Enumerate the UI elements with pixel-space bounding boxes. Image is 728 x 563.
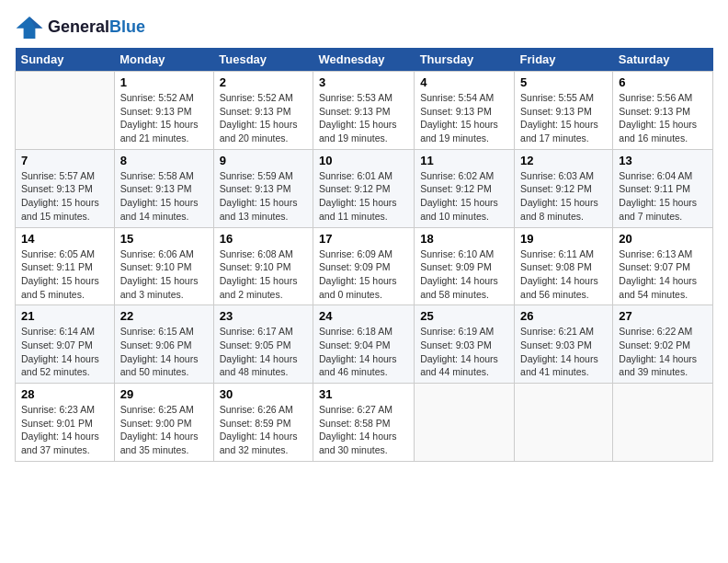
weekday-header-sunday: Sunday <box>16 48 115 72</box>
weekday-header-friday: Friday <box>515 48 613 72</box>
weekday-header-thursday: Thursday <box>415 48 515 72</box>
day-cell: 9 Sunrise: 5:59 AMSunset: 9:13 PMDayligh… <box>213 149 313 227</box>
day-number: 5 <box>520 75 607 89</box>
day-cell: 11 Sunrise: 6:02 AMSunset: 9:12 PMDaylig… <box>415 149 515 227</box>
day-cell: 15 Sunrise: 6:06 AMSunset: 9:10 PMDaylig… <box>114 227 213 305</box>
day-cell <box>515 384 613 462</box>
day-number: 9 <box>220 154 307 167</box>
day-cell: 24 Sunrise: 6:18 AMSunset: 9:04 PMDaylig… <box>313 305 414 384</box>
day-cell: 12 Sunrise: 6:03 AMSunset: 9:12 PMDaylig… <box>515 149 613 227</box>
day-info: Sunrise: 5:54 AMSunset: 9:13 PMDaylight:… <box>420 91 508 145</box>
day-number: 4 <box>420 75 508 89</box>
day-number: 14 <box>21 232 108 246</box>
week-row-1: 1 Sunrise: 5:52 AMSunset: 9:13 PMDayligh… <box>16 72 713 150</box>
day-cell: 21 Sunrise: 6:14 AMSunset: 9:07 PMDaylig… <box>16 305 115 384</box>
day-info: Sunrise: 5:59 AMSunset: 9:13 PMDaylight:… <box>220 169 307 224</box>
day-cell: 23 Sunrise: 6:17 AMSunset: 9:05 PMDaylig… <box>213 305 313 384</box>
day-info: Sunrise: 6:22 AMSunset: 9:02 PMDaylight:… <box>619 325 707 379</box>
day-cell: 3 Sunrise: 5:53 AMSunset: 9:13 PMDayligh… <box>313 72 414 150</box>
day-number: 15 <box>120 232 208 246</box>
day-number: 26 <box>520 309 607 323</box>
day-cell: 16 Sunrise: 6:08 AMSunset: 9:10 PMDaylig… <box>213 227 313 305</box>
day-info: Sunrise: 5:55 AMSunset: 9:13 PMDaylight:… <box>520 91 607 145</box>
day-info: Sunrise: 6:05 AMSunset: 9:11 PMDaylight:… <box>21 247 108 302</box>
day-info: Sunrise: 6:01 AMSunset: 9:12 PMDaylight:… <box>319 169 408 224</box>
day-cell: 6 Sunrise: 5:56 AMSunset: 9:13 PMDayligh… <box>613 72 713 150</box>
day-number: 18 <box>420 232 508 246</box>
day-number: 21 <box>21 309 108 323</box>
day-number: 27 <box>619 309 707 323</box>
page-header: GeneralBlue <box>15 15 713 40</box>
day-cell <box>16 72 115 150</box>
weekday-header-saturday: Saturday <box>613 48 713 72</box>
day-number: 28 <box>21 387 108 401</box>
day-number: 6 <box>619 75 707 89</box>
day-cell: 26 Sunrise: 6:21 AMSunset: 9:03 PMDaylig… <box>515 305 613 384</box>
day-cell: 29 Sunrise: 6:25 AMSunset: 9:00 PMDaylig… <box>114 384 213 462</box>
day-number: 24 <box>319 309 408 323</box>
day-cell: 7 Sunrise: 5:57 AMSunset: 9:13 PMDayligh… <box>16 149 115 227</box>
day-number: 16 <box>220 232 307 246</box>
day-info: Sunrise: 6:04 AMSunset: 9:11 PMDaylight:… <box>619 169 707 224</box>
day-info: Sunrise: 6:17 AMSunset: 9:05 PMDaylight:… <box>220 325 307 379</box>
day-info: Sunrise: 6:13 AMSunset: 9:07 PMDaylight:… <box>619 247 707 302</box>
day-number: 22 <box>120 309 208 323</box>
day-info: Sunrise: 6:08 AMSunset: 9:10 PMDaylight:… <box>220 247 307 302</box>
day-cell: 10 Sunrise: 6:01 AMSunset: 9:12 PMDaylig… <box>313 149 414 227</box>
day-info: Sunrise: 5:58 AMSunset: 9:13 PMDaylight:… <box>120 169 208 224</box>
day-number: 12 <box>520 154 607 167</box>
day-number: 3 <box>319 75 408 89</box>
day-info: Sunrise: 6:21 AMSunset: 9:03 PMDaylight:… <box>520 325 607 379</box>
day-number: 17 <box>319 232 408 246</box>
day-cell: 14 Sunrise: 6:05 AMSunset: 9:11 PMDaylig… <box>16 227 115 305</box>
day-cell: 19 Sunrise: 6:11 AMSunset: 9:08 PMDaylig… <box>515 227 613 305</box>
day-info: Sunrise: 6:18 AMSunset: 9:04 PMDaylight:… <box>319 325 408 379</box>
day-cell <box>613 384 713 462</box>
day-cell: 5 Sunrise: 5:55 AMSunset: 9:13 PMDayligh… <box>515 72 613 150</box>
day-info: Sunrise: 6:19 AMSunset: 9:03 PMDaylight:… <box>420 325 508 379</box>
logo: GeneralBlue <box>15 15 145 40</box>
day-number: 23 <box>220 309 307 323</box>
day-number: 1 <box>120 75 208 89</box>
day-number: 31 <box>319 387 408 401</box>
day-cell: 28 Sunrise: 6:23 AMSunset: 9:01 PMDaylig… <box>16 384 115 462</box>
day-info: Sunrise: 6:11 AMSunset: 9:08 PMDaylight:… <box>520 247 607 302</box>
day-info: Sunrise: 5:53 AMSunset: 9:13 PMDaylight:… <box>319 91 408 145</box>
day-info: Sunrise: 6:26 AMSunset: 8:59 PMDaylight:… <box>220 403 307 457</box>
week-row-2: 7 Sunrise: 5:57 AMSunset: 9:13 PMDayligh… <box>16 149 713 227</box>
day-number: 19 <box>520 232 607 246</box>
weekday-header-wednesday: Wednesday <box>313 48 414 72</box>
day-number: 29 <box>120 387 208 401</box>
day-info: Sunrise: 6:15 AMSunset: 9:06 PMDaylight:… <box>120 325 208 379</box>
day-info: Sunrise: 6:27 AMSunset: 8:58 PMDaylight:… <box>319 403 408 457</box>
weekday-header-tuesday: Tuesday <box>213 48 313 72</box>
day-cell: 22 Sunrise: 6:15 AMSunset: 9:06 PMDaylig… <box>114 305 213 384</box>
day-number: 8 <box>120 154 208 167</box>
day-cell: 30 Sunrise: 6:26 AMSunset: 8:59 PMDaylig… <box>213 384 313 462</box>
day-cell: 20 Sunrise: 6:13 AMSunset: 9:07 PMDaylig… <box>613 227 713 305</box>
day-number: 20 <box>619 232 707 246</box>
day-info: Sunrise: 6:09 AMSunset: 9:09 PMDaylight:… <box>319 247 408 302</box>
weekday-header-row: SundayMondayTuesdayWednesdayThursdayFrid… <box>16 48 713 72</box>
day-cell: 2 Sunrise: 5:52 AMSunset: 9:13 PMDayligh… <box>213 72 313 150</box>
day-number: 2 <box>220 75 307 89</box>
day-cell: 8 Sunrise: 5:58 AMSunset: 9:13 PMDayligh… <box>114 149 213 227</box>
day-info: Sunrise: 6:03 AMSunset: 9:12 PMDaylight:… <box>520 169 607 224</box>
day-info: Sunrise: 6:02 AMSunset: 9:12 PMDaylight:… <box>420 169 508 224</box>
day-info: Sunrise: 6:25 AMSunset: 9:00 PMDaylight:… <box>120 403 208 457</box>
day-cell: 17 Sunrise: 6:09 AMSunset: 9:09 PMDaylig… <box>313 227 414 305</box>
day-number: 11 <box>420 154 508 167</box>
day-number: 10 <box>319 154 408 167</box>
week-row-3: 14 Sunrise: 6:05 AMSunset: 9:11 PMDaylig… <box>16 227 713 305</box>
day-number: 25 <box>420 309 508 323</box>
day-cell: 27 Sunrise: 6:22 AMSunset: 9:02 PMDaylig… <box>613 305 713 384</box>
day-info: Sunrise: 5:52 AMSunset: 9:13 PMDaylight:… <box>220 91 307 145</box>
day-cell: 4 Sunrise: 5:54 AMSunset: 9:13 PMDayligh… <box>415 72 515 150</box>
day-number: 7 <box>21 154 108 167</box>
day-number: 30 <box>220 387 307 401</box>
week-row-4: 21 Sunrise: 6:14 AMSunset: 9:07 PMDaylig… <box>16 305 713 384</box>
day-cell: 31 Sunrise: 6:27 AMSunset: 8:58 PMDaylig… <box>313 384 414 462</box>
day-info: Sunrise: 5:56 AMSunset: 9:13 PMDaylight:… <box>619 91 707 145</box>
day-cell: 13 Sunrise: 6:04 AMSunset: 9:11 PMDaylig… <box>613 149 713 227</box>
day-info: Sunrise: 5:52 AMSunset: 9:13 PMDaylight:… <box>120 91 208 145</box>
